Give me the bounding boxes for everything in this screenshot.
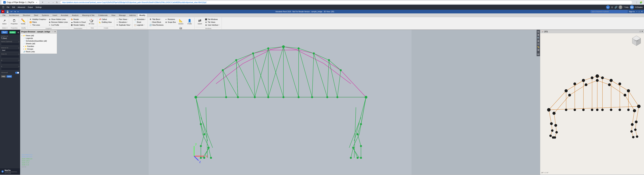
remove-hidden-btn[interactable]: ⊠ Remove Hidden Lines	[48, 21, 68, 23]
switch-btn[interactable]: ⇄ Switch	[196, 18, 204, 25]
rotate-tool[interactable]: ↻	[537, 30, 540, 33]
show-hidden-btn[interactable]: ⊞ Show Hidden Lines	[48, 18, 68, 21]
file-menu[interactable]: File	[6, 6, 10, 8]
revit-search[interactable]: type a keyword or phrase	[591, 10, 628, 13]
tab-steel[interactable]: Steel	[32, 13, 40, 17]
pb-item-families[interactable]: ▸ 📁 Families	[21, 45, 56, 48]
pb-item-legends[interactable]: 📄 Legends	[21, 37, 56, 39]
drafting-view-btn[interactable]: 📐 Drafting View	[98, 21, 112, 23]
refresh-button[interactable]: ↻	[55, 1, 59, 4]
tab-collaborate[interactable]: Collaborate	[96, 13, 109, 17]
settings-menu[interactable]: Settings	[34, 6, 42, 8]
legends-btn[interactable]: 📋 Legends ▾	[133, 24, 146, 26]
filters-btn[interactable]: 🔽 Filters	[29, 21, 48, 23]
apply-button[interactable]: Apply	[6, 75, 12, 78]
selection-tool[interactable]: ◻	[537, 43, 540, 45]
cloud-icon[interactable]: ☁	[606, 5, 610, 9]
tab-massing[interactable]: Massing & Site	[80, 13, 96, 17]
profile-btn[interactable]: 👤 Profile	[185, 18, 194, 25]
iy-info-icon[interactable]: ℹ	[18, 59, 19, 61]
material-input[interactable]	[1, 49, 19, 52]
name-info-icon[interactable]: ℹ	[18, 41, 19, 43]
browser-tab[interactable]: S Copy of Pipe Bridge 1 | SkyCiv ✕	[1, 0, 39, 4]
templates-btn[interactable]: 🗂 Templates	[177, 25, 185, 30]
tab-annotate[interactable]: Annotate	[59, 13, 70, 17]
area-input[interactable]	[1, 55, 19, 58]
help-btn[interactable]: ?	[619, 5, 622, 9]
modify-btn[interactable]: ✏️ Modify	[20, 18, 26, 25]
back-button[interactable]: Back	[1, 31, 8, 34]
name-input[interactable]	[1, 43, 19, 45]
zoom-fit-tool[interactable]: ⊞	[537, 39, 540, 42]
section-btn[interactable]: 📐 Section	[177, 18, 185, 25]
qa-redo[interactable]: ↪	[14, 10, 16, 13]
plan-views-btn[interactable]: □ Plan Views ▾	[116, 18, 132, 21]
address-bar[interactable]: https://platform.skyciv.com/structural?p…	[60, 0, 632, 4]
tab-structure[interactable]: Structure	[21, 13, 32, 17]
duplicate-view-btn[interactable]: ⧉ Duplicate View ▾	[116, 24, 132, 26]
render-cloud-btn[interactable]: ☁ Render in Cloud	[70, 21, 86, 23]
tab-architecture[interactable]: Architecture	[8, 13, 21, 17]
grid-icon[interactable]: ⊞	[611, 6, 613, 8]
measure-tool[interactable]: 📏	[537, 46, 540, 48]
labels-tool[interactable]: Lbl	[537, 53, 540, 55]
back-button[interactable]: ←	[47, 1, 51, 4]
render-btn[interactable]: 🎨 Render	[70, 18, 86, 21]
new-tab-button[interactable]: +	[40, 0, 44, 4]
sheet-btn[interactable]: 📄 Sheet	[133, 21, 146, 23]
iz-info-icon[interactable]: ℹ	[18, 66, 19, 67]
render-gallery-btn[interactable]: 🖼 Render Gallery	[70, 24, 86, 26]
tab-view[interactable]: View	[110, 13, 117, 17]
scope-box-btn[interactable]: ⊞ Scope Box	[164, 21, 176, 23]
pb-item-sheets[interactable]: 📄 Sheets (all)	[21, 42, 56, 45]
tab-systems[interactable]: Systems	[40, 13, 51, 17]
area-info-icon[interactable]: ℹ	[18, 53, 19, 55]
view-revisions-btn[interactable]: 🔄 View Revisions	[149, 24, 164, 26]
user-avatar[interactable]: MN	[630, 5, 634, 9]
help-button[interactable]: Help	[1, 75, 6, 78]
pb-item-views[interactable]: ▸ 📁 Views (all)	[21, 34, 56, 37]
title-block-btn[interactable]: 🖹 Title Block ▾	[149, 18, 164, 21]
edit-menu[interactable]: Edit	[11, 6, 16, 8]
3d-view-btn[interactable]: 🎲 3D View	[88, 18, 95, 25]
callout-btn[interactable]: 📌 Callout	[98, 18, 112, 21]
schedules-btn[interactable]: 📊 Schedules ▾	[133, 18, 146, 21]
menu-toggle[interactable]: ☰	[1, 6, 5, 9]
tab-manage[interactable]: Manage	[117, 13, 128, 17]
view-3d-maximize[interactable]: □	[640, 30, 641, 32]
tab-analyze[interactable]: Analyze	[70, 13, 80, 17]
zoom-tool[interactable]: 🔍	[537, 36, 540, 39]
user-interface-btn[interactable]: 🖥 User Interface ▾	[204, 24, 220, 26]
tab-windows-btn[interactable]: ⬛ Tab Windows	[204, 18, 220, 21]
qa-undo[interactable]: ↩	[10, 10, 13, 13]
properties-btn[interactable]: 🗒 Properties	[10, 18, 18, 25]
tab-insert[interactable]: Insert	[51, 13, 59, 17]
extensions-button[interactable]: 🧩	[639, 1, 643, 4]
maximize-btn[interactable]: □	[639, 10, 640, 12]
settings-tool[interactable]: ⚙	[537, 49, 540, 51]
link-icon[interactable]: 🔗	[614, 6, 617, 8]
revisions-btn[interactable]: ↩ Revisions	[164, 18, 176, 21]
pb-item-revit-links[interactable]: 🔗 Revit Links	[21, 50, 56, 53]
advanced-toggle-switch[interactable]	[15, 72, 19, 74]
iy-input[interactable]	[1, 61, 19, 64]
navicube[interactable]: FRONT	[630, 35, 642, 47]
tab-addins[interactable]: Add-Ins	[128, 13, 138, 17]
minimize-btn[interactable]: ─	[636, 10, 638, 12]
select-btn[interactable]: ↗ Select	[1, 18, 8, 25]
pb-item-groups[interactable]: ▸ 📁 Groups	[21, 48, 56, 50]
settings-button[interactable]: ⋮	[635, 1, 638, 4]
advanced-menu[interactable]: Advanced	[16, 6, 26, 8]
forward-button[interactable]: →	[51, 1, 55, 4]
pb-minimize[interactable]: ─	[52, 30, 54, 33]
pb-close-btn[interactable]: ✕	[54, 30, 56, 33]
iz-input[interactable]	[1, 68, 19, 70]
close-btn[interactable]: ✕	[641, 10, 643, 13]
tab-modify[interactable]: Modify	[138, 13, 147, 17]
view-3d-close[interactable]: ✕	[642, 30, 643, 32]
tile-views-btn[interactable]: ⊞ Tile Views	[204, 21, 220, 23]
pan-tool[interactable]: ✥	[537, 33, 540, 36]
output-menu[interactable]: Output	[27, 6, 34, 8]
tab-close[interactable]: ✕	[36, 1, 37, 3]
sheet-block-btn[interactable]: 📑 Sheet Block	[149, 21, 164, 23]
